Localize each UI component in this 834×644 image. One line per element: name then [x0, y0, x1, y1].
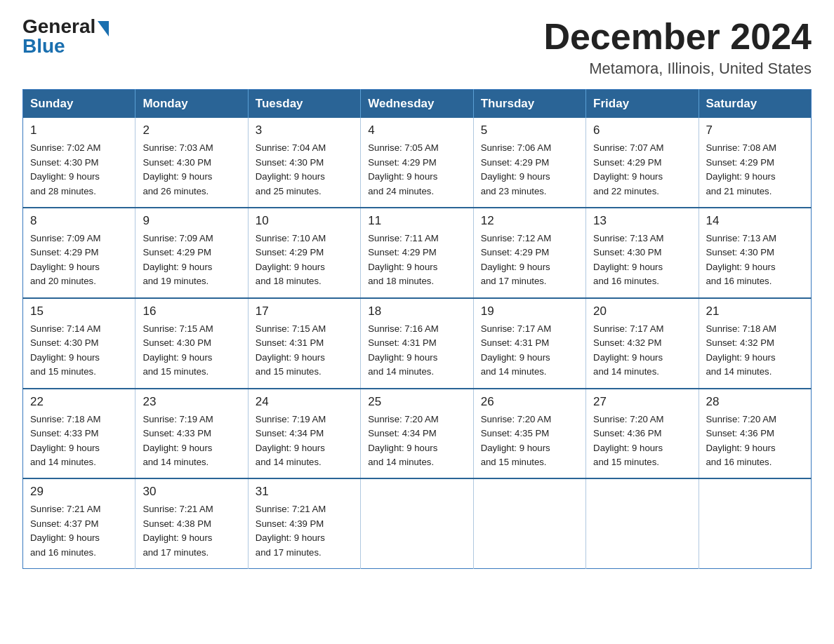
header-friday: Friday — [586, 90, 699, 119]
header-tuesday: Tuesday — [248, 90, 360, 119]
calendar-cell — [361, 478, 473, 568]
day-number: 20 — [593, 304, 691, 318]
day-number: 6 — [593, 123, 691, 137]
day-info: Sunrise: 7:13 AM Sunset: 4:30 PM Dayligh… — [706, 232, 804, 289]
day-number: 23 — [143, 395, 240, 409]
calendar-body: 1 Sunrise: 7:02 AM Sunset: 4:30 PM Dayli… — [23, 118, 812, 569]
day-info: Sunrise: 7:03 AM Sunset: 4:30 PM Dayligh… — [143, 141, 240, 199]
day-info: Sunrise: 7:07 AM Sunset: 4:29 PM Dayligh… — [593, 141, 691, 199]
day-info: Sunrise: 7:09 AM Sunset: 4:29 PM Dayligh… — [30, 232, 128, 289]
day-number: 25 — [368, 395, 465, 409]
calendar-cell: 15 Sunrise: 7:14 AM Sunset: 4:30 PM Dayl… — [23, 298, 135, 389]
calendar-cell: 1 Sunrise: 7:02 AM Sunset: 4:30 PM Dayli… — [23, 118, 135, 208]
day-number: 19 — [481, 304, 578, 318]
day-number: 24 — [256, 395, 353, 409]
calendar-cell: 10 Sunrise: 7:10 AM Sunset: 4:29 PM Dayl… — [248, 208, 360, 298]
title-block: December 2024 Metamora, Illinois, United… — [543, 17, 812, 78]
day-number: 1 — [30, 123, 128, 137]
header-row: SundayMondayTuesdayWednesdayThursdayFrid… — [23, 90, 812, 119]
calendar-cell: 24 Sunrise: 7:19 AM Sunset: 4:34 PM Dayl… — [248, 389, 360, 479]
day-info: Sunrise: 7:02 AM Sunset: 4:30 PM Dayligh… — [30, 141, 128, 199]
day-info: Sunrise: 7:11 AM Sunset: 4:29 PM Dayligh… — [368, 232, 465, 289]
calendar-cell: 13 Sunrise: 7:13 AM Sunset: 4:30 PM Dayl… — [586, 208, 699, 298]
calendar-cell: 11 Sunrise: 7:11 AM Sunset: 4:29 PM Dayl… — [361, 208, 473, 298]
week-row-3: 15 Sunrise: 7:14 AM Sunset: 4:30 PM Dayl… — [23, 298, 812, 389]
header-thursday: Thursday — [473, 90, 585, 119]
week-row-4: 22 Sunrise: 7:18 AM Sunset: 4:33 PM Dayl… — [23, 389, 812, 479]
day-info: Sunrise: 7:14 AM Sunset: 4:30 PM Dayligh… — [30, 322, 128, 380]
calendar-title: December 2024 — [543, 17, 812, 57]
page-header: General Blue December 2024 Metamora, Ill… — [22, 17, 812, 78]
calendar-table: SundayMondayTuesdayWednesdayThursdayFrid… — [22, 89, 812, 569]
calendar-header: SundayMondayTuesdayWednesdayThursdayFrid… — [23, 90, 812, 119]
day-info: Sunrise: 7:15 AM Sunset: 4:30 PM Dayligh… — [143, 322, 240, 380]
day-info: Sunrise: 7:06 AM Sunset: 4:29 PM Dayligh… — [481, 141, 578, 199]
day-info: Sunrise: 7:21 AM Sunset: 4:39 PM Dayligh… — [256, 502, 353, 560]
day-number: 9 — [143, 214, 240, 228]
calendar-cell: 20 Sunrise: 7:17 AM Sunset: 4:32 PM Dayl… — [586, 298, 699, 389]
day-number: 5 — [481, 123, 578, 137]
calendar-cell: 26 Sunrise: 7:20 AM Sunset: 4:35 PM Dayl… — [473, 389, 585, 479]
day-number: 27 — [593, 395, 691, 409]
week-row-1: 1 Sunrise: 7:02 AM Sunset: 4:30 PM Dayli… — [23, 118, 812, 208]
day-number: 26 — [481, 395, 578, 409]
header-monday: Monday — [135, 90, 248, 119]
day-number: 29 — [30, 485, 128, 499]
logo-triangle-icon — [98, 21, 109, 36]
calendar-cell: 17 Sunrise: 7:15 AM Sunset: 4:31 PM Dayl… — [248, 298, 360, 389]
logo: General Blue — [22, 17, 109, 56]
day-info: Sunrise: 7:21 AM Sunset: 4:38 PM Dayligh… — [143, 502, 240, 560]
calendar-cell: 12 Sunrise: 7:12 AM Sunset: 4:29 PM Dayl… — [473, 208, 585, 298]
calendar-cell: 9 Sunrise: 7:09 AM Sunset: 4:29 PM Dayli… — [135, 208, 248, 298]
day-info: Sunrise: 7:20 AM Sunset: 4:35 PM Dayligh… — [481, 412, 578, 470]
calendar-cell: 7 Sunrise: 7:08 AM Sunset: 4:29 PM Dayli… — [699, 118, 811, 208]
day-info: Sunrise: 7:20 AM Sunset: 4:36 PM Dayligh… — [706, 412, 804, 470]
day-info: Sunrise: 7:18 AM Sunset: 4:33 PM Dayligh… — [30, 412, 128, 470]
day-number: 16 — [143, 304, 240, 318]
day-info: Sunrise: 7:13 AM Sunset: 4:30 PM Dayligh… — [593, 232, 691, 289]
day-number: 10 — [256, 214, 353, 228]
calendar-cell: 16 Sunrise: 7:15 AM Sunset: 4:30 PM Dayl… — [135, 298, 248, 389]
logo-blue-text: Blue — [22, 36, 65, 56]
calendar-cell: 27 Sunrise: 7:20 AM Sunset: 4:36 PM Dayl… — [586, 389, 699, 479]
day-info: Sunrise: 7:08 AM Sunset: 4:29 PM Dayligh… — [706, 141, 804, 199]
day-info: Sunrise: 7:19 AM Sunset: 4:33 PM Dayligh… — [143, 412, 240, 470]
header-wednesday: Wednesday — [361, 90, 473, 119]
day-number: 7 — [706, 123, 804, 137]
day-number: 14 — [706, 214, 804, 228]
calendar-cell: 18 Sunrise: 7:16 AM Sunset: 4:31 PM Dayl… — [361, 298, 473, 389]
calendar-cell: 14 Sunrise: 7:13 AM Sunset: 4:30 PM Dayl… — [699, 208, 811, 298]
calendar-cell: 25 Sunrise: 7:20 AM Sunset: 4:34 PM Dayl… — [361, 389, 473, 479]
day-info: Sunrise: 7:21 AM Sunset: 4:37 PM Dayligh… — [30, 502, 128, 560]
day-number: 31 — [256, 485, 353, 499]
day-info: Sunrise: 7:20 AM Sunset: 4:34 PM Dayligh… — [368, 412, 465, 470]
day-number: 13 — [593, 214, 691, 228]
week-row-5: 29 Sunrise: 7:21 AM Sunset: 4:37 PM Dayl… — [23, 478, 812, 568]
header-saturday: Saturday — [699, 90, 811, 119]
day-info: Sunrise: 7:17 AM Sunset: 4:31 PM Dayligh… — [481, 322, 578, 380]
calendar-cell: 21 Sunrise: 7:18 AM Sunset: 4:32 PM Dayl… — [699, 298, 811, 389]
day-info: Sunrise: 7:04 AM Sunset: 4:30 PM Dayligh… — [256, 141, 353, 199]
calendar-cell: 2 Sunrise: 7:03 AM Sunset: 4:30 PM Dayli… — [135, 118, 248, 208]
day-number: 21 — [706, 304, 804, 318]
day-info: Sunrise: 7:18 AM Sunset: 4:32 PM Dayligh… — [706, 322, 804, 380]
calendar-cell — [699, 478, 811, 568]
day-info: Sunrise: 7:20 AM Sunset: 4:36 PM Dayligh… — [593, 412, 691, 470]
day-number: 30 — [143, 485, 240, 499]
calendar-cell: 19 Sunrise: 7:17 AM Sunset: 4:31 PM Dayl… — [473, 298, 585, 389]
calendar-cell: 23 Sunrise: 7:19 AM Sunset: 4:33 PM Dayl… — [135, 389, 248, 479]
day-info: Sunrise: 7:10 AM Sunset: 4:29 PM Dayligh… — [256, 232, 353, 289]
day-number: 15 — [30, 304, 128, 318]
day-info: Sunrise: 7:09 AM Sunset: 4:29 PM Dayligh… — [143, 232, 240, 289]
calendar-cell: 28 Sunrise: 7:20 AM Sunset: 4:36 PM Dayl… — [699, 389, 811, 479]
calendar-cell: 29 Sunrise: 7:21 AM Sunset: 4:37 PM Dayl… — [23, 478, 135, 568]
day-number: 17 — [256, 304, 353, 318]
header-sunday: Sunday — [23, 90, 135, 119]
day-number: 3 — [256, 123, 353, 137]
calendar-cell: 6 Sunrise: 7:07 AM Sunset: 4:29 PM Dayli… — [586, 118, 699, 208]
calendar-cell: 8 Sunrise: 7:09 AM Sunset: 4:29 PM Dayli… — [23, 208, 135, 298]
calendar-cell: 30 Sunrise: 7:21 AM Sunset: 4:38 PM Dayl… — [135, 478, 248, 568]
day-info: Sunrise: 7:19 AM Sunset: 4:34 PM Dayligh… — [256, 412, 353, 470]
calendar-cell: 3 Sunrise: 7:04 AM Sunset: 4:30 PM Dayli… — [248, 118, 360, 208]
day-number: 11 — [368, 214, 465, 228]
